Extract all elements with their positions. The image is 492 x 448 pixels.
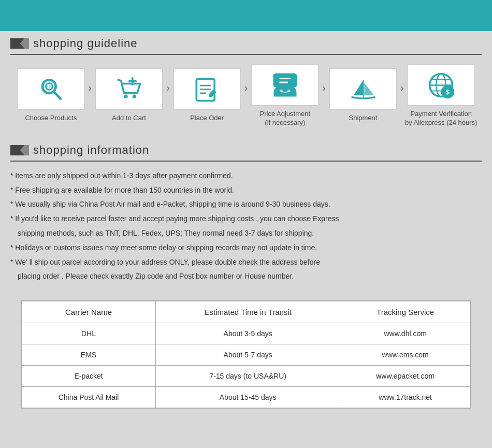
info-title: shopping information: [33, 143, 149, 157]
carrier-dhl: DHL: [22, 323, 156, 344]
step-label-shipment: Shipment: [349, 114, 378, 123]
info-header-bar: shopping information: [10, 143, 482, 162]
step-box-payment-verification: $: [408, 64, 475, 106]
step-label-place-order: Place Oder: [190, 114, 224, 123]
shipping-table: Carrier Name Estimated Time in Transit T…: [21, 301, 471, 408]
table-row: EMS About 5-7 days www.ems.com: [22, 344, 471, 366]
step-label-choose-products: Choose Products: [25, 114, 77, 123]
step-label-add-to-cart: Add to Cart: [112, 114, 146, 123]
step-box-add-to-cart: [95, 68, 163, 110]
step-choose-products: Choose Products: [15, 68, 87, 123]
arrow-2: ›: [166, 82, 170, 94]
info-section: * Items are only shipped out within 1-3 …: [0, 166, 492, 292]
step-label-price-adjustment: Price Adjustment (if necessary): [260, 110, 311, 127]
time-dhl: About 3-5 days: [156, 323, 340, 344]
shipping-table-container: Carrier Name Estimated Time in Transit T…: [21, 300, 471, 409]
info-line-4: * If you'd like to receive parcel faster…: [10, 213, 482, 225]
col-carrier-name: Carrier Name: [22, 301, 156, 323]
info-line-3: * We usually ship via China Post Air mai…: [10, 198, 482, 211]
step-add-to-cart: Add to Cart: [93, 68, 165, 123]
step-shipment: Shipment: [327, 68, 399, 123]
col-tracking-service: Tracking Service: [340, 301, 471, 323]
guideline-title: shopping guideline: [33, 37, 138, 50]
arrow-3: ›: [244, 82, 248, 94]
info-line-6b: placing order . Please check exactly Zip…: [10, 270, 482, 283]
col-estimated-time: Estimated Time in Transit: [156, 301, 340, 323]
tracking-epacket: www.epacket.com: [340, 366, 471, 387]
step-box-shipment: [329, 68, 397, 110]
tracking-chinapost: www.17track.net: [340, 387, 471, 408]
arrow-5: ›: [400, 82, 404, 94]
step-box-price-adjustment: [251, 64, 319, 106]
svg-line-3: [54, 92, 61, 99]
svg-text:$: $: [446, 88, 450, 95]
carrier-chinapost: China Post Ail Mail: [22, 387, 156, 408]
shopping-info-header: shopping information: [10, 138, 482, 166]
info-line-4b: shipping methods, such as TNT, DHL, Fede…: [10, 227, 482, 240]
carrier-epacket: E-packet: [22, 366, 156, 387]
tracking-dhl: www.dhl.com: [340, 323, 471, 344]
time-epacket: 7-15 days (to USA&RU): [156, 366, 340, 387]
info-line-6: * We' ll ship out parcel according to yo…: [10, 256, 482, 269]
info-line-2: * Free shipping are available for more t…: [10, 184, 482, 197]
time-ems: About 5-7 days: [156, 344, 340, 366]
info-header-icon: [10, 143, 29, 157]
step-box-choose-products: [17, 68, 84, 110]
tracking-ems: www.ems.com: [340, 344, 471, 366]
step-label-payment-verification: Payment Verification by Aliexpress (24 h…: [405, 110, 477, 127]
table-row: China Post Ail Mail About 15-45 days www…: [22, 387, 471, 408]
table-row: E-packet 7-15 days (to USA&RU) www.epack…: [22, 366, 471, 387]
svg-point-7: [124, 95, 128, 98]
step-payment-verification: $ Payment Verification by Aliexpress (24…: [405, 64, 477, 127]
table-row: DHL About 3-5 days www.dhl.com: [22, 323, 471, 344]
info-line-5: * Holidays or customs issues may meet so…: [10, 242, 482, 254]
carrier-ems: EMS: [22, 344, 156, 366]
arrow-4: ›: [322, 82, 326, 94]
info-line-1: * Items are only shipped out within 1-3 …: [10, 170, 482, 182]
step-price-adjustment: Price Adjustment (if necessary): [249, 64, 321, 127]
table-header-row: Carrier Name Estimated Time in Transit T…: [22, 301, 471, 323]
step-place-order: Place Oder: [171, 68, 243, 123]
steps-container: Choose Products › Add to Cart ›: [0, 59, 492, 138]
top-banner: [0, 0, 492, 31]
guideline-header-icon: [10, 36, 29, 51]
time-chinapost: About 15-45 days: [156, 387, 340, 408]
step-box-place-order: [173, 68, 241, 110]
svg-point-8: [133, 95, 136, 98]
shopping-guideline-header: shopping guideline: [10, 31, 482, 59]
guideline-header-bar: shopping guideline: [10, 36, 482, 55]
info-text-block: * Items are only shipped out within 1-3 …: [10, 166, 482, 287]
arrow-1: ›: [88, 82, 92, 94]
